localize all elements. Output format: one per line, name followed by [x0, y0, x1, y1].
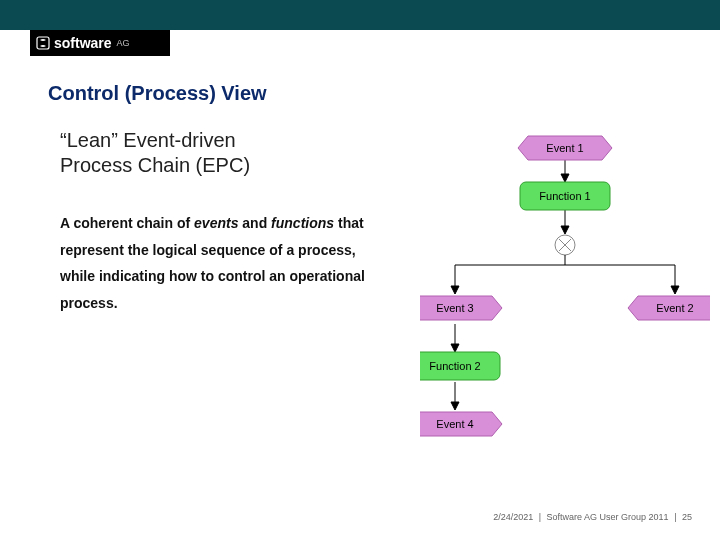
footer-page: 25 [682, 512, 692, 522]
diagram-event-1: Event 1 [518, 136, 612, 160]
svg-text:Function 2: Function 2 [429, 360, 480, 372]
svg-text:Event 2: Event 2 [656, 302, 693, 314]
body-em-events: events [194, 215, 238, 231]
svg-text:Event 1: Event 1 [546, 142, 583, 154]
subtitle: “Lean” Event-driven Process Chain (EPC) [60, 128, 250, 178]
svg-marker-4 [561, 226, 569, 234]
brand-logo: software AG [30, 30, 170, 56]
footer-sep-1: | [539, 512, 541, 522]
footer-org: Software AG User Group 2011 [547, 512, 669, 522]
body-em-functions: functions [271, 215, 334, 231]
body-mid: and [238, 215, 271, 231]
footer: 2/24/2021 | Software AG User Group 2011 … [493, 512, 692, 522]
svg-marker-17 [451, 402, 459, 410]
body-pre: A coherent chain of [60, 215, 194, 231]
diagram-function-2: Function 2 [420, 352, 500, 380]
body-text: A coherent chain of events and functions… [60, 210, 390, 316]
brand-logo-text: software [54, 35, 112, 51]
diagram-function-1: Function 1 [520, 182, 610, 210]
footer-sep-2: | [674, 512, 676, 522]
subtitle-line-2: Process Chain (EPC) [60, 153, 250, 178]
svg-marker-13 [671, 286, 679, 294]
svg-text:Event 3: Event 3 [436, 302, 473, 314]
subtitle-line-1: “Lean” Event-driven [60, 128, 250, 153]
page-title: Control (Process) View [48, 82, 267, 105]
brand-logo-suffix: AG [117, 38, 130, 48]
svg-marker-2 [561, 174, 569, 182]
svg-text:Function 1: Function 1 [539, 190, 590, 202]
svg-marker-11 [451, 286, 459, 294]
epc-diagram: Event 1 Function 1 Event 3 Event 2 Funct… [420, 130, 710, 470]
svg-text:Event 4: Event 4 [436, 418, 473, 430]
diagram-event-3: Event 3 [420, 296, 502, 320]
brand-mark-icon [36, 36, 50, 50]
svg-marker-15 [451, 344, 459, 352]
svg-rect-0 [37, 37, 49, 49]
diagram-event-4: Event 4 [420, 412, 502, 436]
diagram-event-2: Event 2 [628, 296, 710, 320]
top-accent-bar [0, 0, 720, 30]
footer-date: 2/24/2021 [493, 512, 533, 522]
